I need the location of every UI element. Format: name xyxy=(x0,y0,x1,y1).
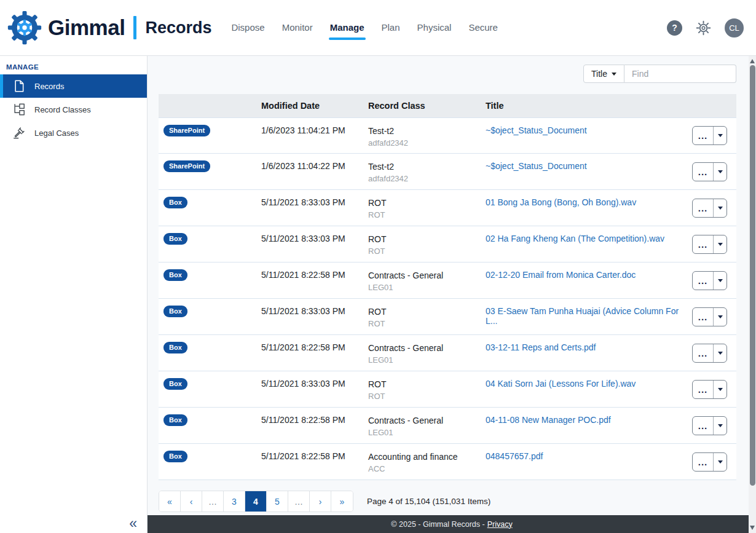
sidebar-item-legal-cases[interactable]: Legal Cases xyxy=(0,121,147,144)
row-menu-caret-button[interactable] xyxy=(713,417,726,435)
sidebar-item-label: Legal Cases xyxy=(34,128,79,138)
row-actions-split-button: ... xyxy=(692,380,727,399)
source-badge[interactable]: SharePoint xyxy=(163,125,210,136)
source-badge[interactable]: Box xyxy=(163,378,187,390)
sidebar-item-record-classes[interactable]: Record Classes xyxy=(0,98,147,121)
sidebar-item-records[interactable]: Records xyxy=(0,74,147,98)
nav-item-secure[interactable]: Secure xyxy=(468,17,498,39)
pagination-prev-button[interactable]: ‹ xyxy=(181,491,202,511)
column-header-record-class: Record Class xyxy=(368,101,486,111)
record-class-code: ROT xyxy=(368,210,486,221)
sidebar-section-label: MANAGE xyxy=(0,56,147,74)
record-title-link[interactable]: 048457657.pdf xyxy=(486,451,543,461)
nav-item-physical[interactable]: Physical xyxy=(417,17,452,39)
row-menu-caret-button[interactable] xyxy=(713,163,726,181)
filter-field-dropdown[interactable]: Title xyxy=(583,65,624,83)
header-right: ? CL xyxy=(667,18,744,38)
record-title-link[interactable]: 02 Ha Fang Kheng Kan (The Competition).w… xyxy=(486,234,664,243)
help-icon[interactable]: ? xyxy=(667,20,682,36)
row-menu-caret-button[interactable] xyxy=(713,453,726,471)
row-menu-ellipsis-button[interactable]: ... xyxy=(693,163,713,181)
record-title-link[interactable]: 04 Kati Sorn Jai (Lessons For Life).wav xyxy=(486,379,636,389)
pagination-last-button[interactable]: » xyxy=(331,491,353,511)
column-header-title: Title xyxy=(486,101,692,111)
source-badge[interactable]: Box xyxy=(163,197,187,208)
nav-item-dispose[interactable]: Dispose xyxy=(231,17,264,39)
source-badge[interactable]: Box xyxy=(163,451,187,462)
column-header-modified-date: Modified Date xyxy=(261,101,368,111)
record-class-name: Accounting and finance xyxy=(368,451,486,464)
row-menu-caret-button[interactable] xyxy=(713,381,726,398)
record-title-link[interactable]: 03 E-Saew Tam Punha Huajai (Advice Colum… xyxy=(486,306,679,326)
table-row: Box 5/11/2021 8:22:58 PM Contracts - Gen… xyxy=(159,263,736,299)
source-badge[interactable]: Box xyxy=(163,306,187,317)
find-input[interactable] xyxy=(624,65,736,83)
row-menu-caret-button[interactable] xyxy=(713,235,726,253)
record-title-link[interactable]: ~$oject_Status_Document xyxy=(486,125,587,135)
row-menu-caret-button[interactable] xyxy=(713,272,726,290)
source-badge[interactable]: Box xyxy=(163,414,187,426)
row-actions-split-button: ... xyxy=(692,307,727,326)
modified-date: 5/11/2021 8:33:03 PM xyxy=(261,371,368,407)
nav-item-plan[interactable]: Plan xyxy=(382,17,400,39)
pagination-summary: Page 4 of 15,104 (151,031 Items) xyxy=(367,497,490,506)
pagination-page-5-button[interactable]: 5 xyxy=(267,491,288,511)
row-menu-ellipsis-button[interactable]: ... xyxy=(693,381,713,398)
row-menu-ellipsis-button[interactable]: ... xyxy=(693,127,713,144)
record-title-link[interactable]: 03-12-11 Reps and Certs.pdf xyxy=(486,342,596,352)
vertical-scrollbar[interactable] xyxy=(749,56,756,533)
modified-date: 5/11/2021 8:22:58 PM xyxy=(261,444,368,480)
pagination-ellipsis[interactable]: … xyxy=(202,491,224,511)
record-class-name: ROT xyxy=(368,306,486,318)
scroll-down-arrow-icon[interactable] xyxy=(750,526,755,531)
row-menu-caret-button[interactable] xyxy=(713,344,726,362)
user-avatar[interactable]: CL xyxy=(725,18,744,38)
row-menu-ellipsis-button[interactable]: ... xyxy=(693,308,713,326)
record-title-link[interactable]: 04-11-08 New Manager POC.pdf xyxy=(486,415,611,425)
pagination-page-3-button[interactable]: 3 xyxy=(224,491,245,511)
pagination-group: « ‹ … 3 4 5 … › » xyxy=(159,491,353,512)
record-title-link[interactable]: 01 Bong Ja Bong (Bong, Oh Bong).wav xyxy=(486,197,636,207)
record-class-code: ROT xyxy=(368,391,486,403)
row-menu-caret-button[interactable] xyxy=(713,308,726,326)
table-row: Box 5/11/2021 8:33:03 PM ROT ROT 04 Kati… xyxy=(159,371,736,408)
row-menu-ellipsis-button[interactable]: ... xyxy=(693,344,713,362)
nav-item-monitor[interactable]: Monitor xyxy=(282,17,313,39)
scroll-up-arrow-icon[interactable] xyxy=(750,58,755,63)
record-class-name: Test-t2 xyxy=(368,161,486,173)
row-menu-ellipsis-button[interactable]: ... xyxy=(693,199,713,217)
table-row: SharePoint 1/6/2023 11:04:22 PM Test-t2 … xyxy=(159,154,736,190)
row-menu-caret-button[interactable] xyxy=(713,199,726,217)
filter-field-label: Title xyxy=(591,69,607,79)
source-badge[interactable]: SharePoint xyxy=(163,160,210,172)
row-menu-caret-button[interactable] xyxy=(713,127,726,144)
record-title-link[interactable]: ~$oject_Status_Document xyxy=(486,161,587,171)
row-menu-ellipsis-button[interactable]: ... xyxy=(693,453,713,471)
row-actions-split-button: ... xyxy=(692,452,727,472)
pagination-page-4-button[interactable]: 4 xyxy=(245,491,267,511)
caret-down-icon xyxy=(718,134,723,137)
record-class-name: ROT xyxy=(368,379,486,391)
settings-gear-icon[interactable] xyxy=(696,20,711,36)
row-menu-ellipsis-button[interactable]: ... xyxy=(693,417,713,435)
record-class-code: LEG01 xyxy=(368,427,486,439)
sidebar-collapse-chevrons-icon[interactable]: « xyxy=(129,515,137,532)
caret-down-icon xyxy=(718,315,723,318)
pagination-next-button[interactable]: › xyxy=(310,491,331,511)
row-actions-split-button: ... xyxy=(692,126,727,145)
source-badge[interactable]: Box xyxy=(163,342,187,353)
source-badge[interactable]: Box xyxy=(163,233,187,245)
row-menu-ellipsis-button[interactable]: ... xyxy=(693,235,713,253)
row-actions-split-button: ... xyxy=(692,344,727,363)
privacy-link[interactable]: Privacy xyxy=(487,520,513,529)
record-title-link[interactable]: 02-12-20 Email from Monica Carter.doc xyxy=(486,270,636,280)
gimmal-logo-gear-icon xyxy=(7,10,42,45)
caret-down-icon xyxy=(718,352,723,355)
source-badge[interactable]: Box xyxy=(163,269,187,281)
scrollbar-thumb[interactable] xyxy=(750,65,755,486)
pagination-ellipsis[interactable]: … xyxy=(288,491,310,511)
pagination-first-button[interactable]: « xyxy=(159,491,181,511)
column-header-source xyxy=(159,103,261,109)
row-menu-ellipsis-button[interactable]: ... xyxy=(693,272,713,290)
nav-item-manage[interactable]: Manage xyxy=(330,17,364,39)
